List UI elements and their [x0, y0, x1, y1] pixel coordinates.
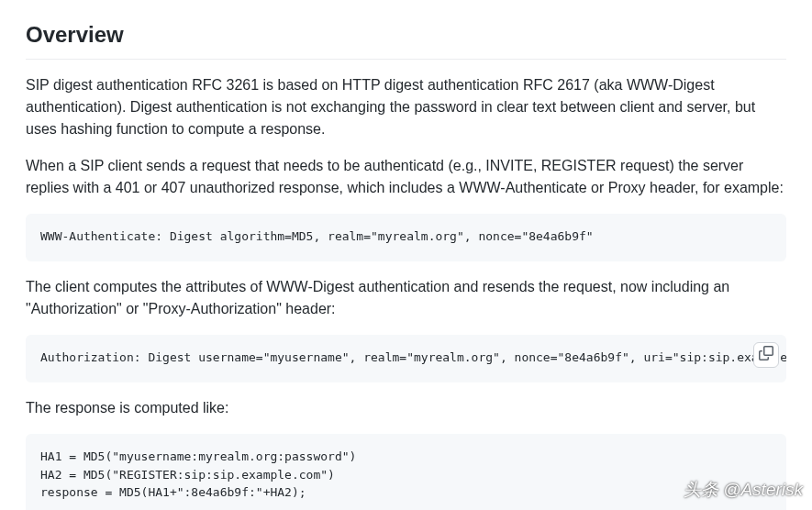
code-content: Authorization: Digest username="myuserna… [40, 350, 786, 364]
paragraph-response-computed: The response is computed like: [26, 397, 786, 419]
paragraph-client-computes: The client computes the attributes of WW… [26, 276, 786, 320]
paragraph-intro: SIP digest authentication RFC 3261 is ba… [26, 74, 786, 140]
code-content: HA1 = MD5("myusername:myrealm.org:passwo… [40, 449, 356, 500]
paragraph-request: When a SIP client sends a request that n… [26, 155, 786, 199]
copy-button[interactable] [753, 342, 779, 368]
code-content: WWW-Authenticate: Digest algorithm=MD5, … [40, 229, 594, 243]
code-block-hash-computation: HA1 = MD5("myusername:myrealm.org:passwo… [26, 434, 786, 510]
code-block-www-authenticate: WWW-Authenticate: Digest algorithm=MD5, … [26, 214, 786, 261]
overview-heading: Overview [26, 18, 786, 60]
copy-icon [759, 346, 773, 363]
code-block-authorization[interactable]: Authorization: Digest username="myuserna… [26, 335, 786, 382]
